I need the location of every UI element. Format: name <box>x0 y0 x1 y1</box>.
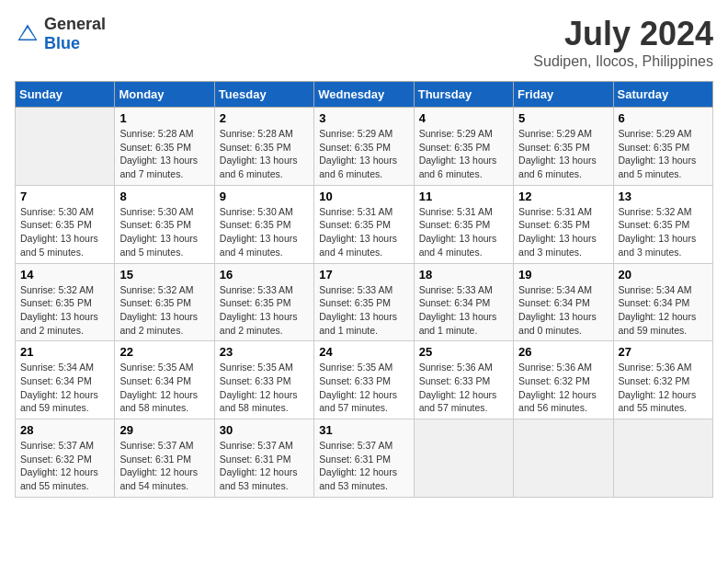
header-cell-monday: Monday <box>115 82 214 108</box>
day-number: 31 <box>319 423 408 437</box>
day-cell: 29Sunrise: 5:37 AMSunset: 6:31 PMDayligh… <box>115 419 214 498</box>
logo-icon <box>15 21 40 47</box>
day-info: Sunrise: 5:29 AMSunset: 6:35 PMDaylight:… <box>518 127 608 181</box>
day-number: 13 <box>619 190 708 203</box>
day-number: 10 <box>319 190 408 203</box>
day-cell: 4Sunrise: 5:29 AMSunset: 6:35 PMDaylight… <box>414 108 513 186</box>
day-info: Sunrise: 5:32 AMSunset: 6:35 PMDaylight:… <box>20 283 109 338</box>
day-cell: 26Sunrise: 5:36 AMSunset: 6:32 PMDayligh… <box>514 341 613 419</box>
day-number: 21 <box>20 345 109 359</box>
day-number: 22 <box>119 345 209 359</box>
header-row: SundayMondayTuesdayWednesdayThursdayFrid… <box>16 82 713 108</box>
logo-general-text: General <box>44 15 106 33</box>
day-info: Sunrise: 5:32 AMSunset: 6:35 PMDaylight:… <box>619 205 708 259</box>
day-cell: 14Sunrise: 5:32 AMSunset: 6:35 PMDayligh… <box>16 263 115 341</box>
day-cell: 27Sunrise: 5:36 AMSunset: 6:32 PMDayligh… <box>613 341 712 419</box>
day-cell <box>613 419 712 498</box>
day-info: Sunrise: 5:31 AMSunset: 6:35 PMDaylight:… <box>419 205 508 259</box>
day-cell: 7Sunrise: 5:30 AMSunset: 6:35 PMDaylight… <box>16 185 115 263</box>
day-number: 23 <box>220 345 309 359</box>
day-cell: 15Sunrise: 5:32 AMSunset: 6:35 PMDayligh… <box>115 263 214 341</box>
day-cell: 24Sunrise: 5:35 AMSunset: 6:33 PMDayligh… <box>314 341 414 419</box>
day-cell: 23Sunrise: 5:35 AMSunset: 6:33 PMDayligh… <box>214 341 313 419</box>
week-row-1: 1Sunrise: 5:28 AMSunset: 6:35 PMDaylight… <box>16 108 713 186</box>
day-number: 28 <box>20 423 109 437</box>
day-cell: 5Sunrise: 5:29 AMSunset: 6:35 PMDaylight… <box>514 108 613 186</box>
day-info: Sunrise: 5:28 AMSunset: 6:35 PMDaylight:… <box>119 127 209 181</box>
logo: General Blue <box>15 15 106 53</box>
day-cell: 30Sunrise: 5:37 AMSunset: 6:31 PMDayligh… <box>214 419 313 498</box>
day-info: Sunrise: 5:29 AMSunset: 6:35 PMDaylight:… <box>319 127 408 181</box>
day-info: Sunrise: 5:35 AMSunset: 6:34 PMDaylight:… <box>119 361 209 415</box>
day-cell: 17Sunrise: 5:33 AMSunset: 6:35 PMDayligh… <box>314 263 414 341</box>
header-cell-friday: Friday <box>514 82 613 108</box>
header-cell-saturday: Saturday <box>613 82 712 108</box>
day-info: Sunrise: 5:30 AMSunset: 6:35 PMDaylight:… <box>220 205 309 259</box>
day-info: Sunrise: 5:37 AMSunset: 6:31 PMDaylight:… <box>119 439 209 493</box>
day-number: 14 <box>20 268 109 282</box>
day-number: 4 <box>419 111 508 125</box>
day-cell: 28Sunrise: 5:37 AMSunset: 6:32 PMDayligh… <box>16 419 115 498</box>
calendar-table: SundayMondayTuesdayWednesdayThursdayFrid… <box>15 81 713 498</box>
day-info: Sunrise: 5:28 AMSunset: 6:35 PMDaylight:… <box>220 127 309 181</box>
week-row-3: 14Sunrise: 5:32 AMSunset: 6:35 PMDayligh… <box>16 263 713 341</box>
day-number: 27 <box>619 345 708 359</box>
day-cell: 6Sunrise: 5:29 AMSunset: 6:35 PMDaylight… <box>613 108 712 186</box>
page-header: General Blue July 2024 Sudipen, Ilocos, … <box>15 15 713 70</box>
day-info: Sunrise: 5:31 AMSunset: 6:35 PMDaylight:… <box>319 205 408 259</box>
day-cell: 19Sunrise: 5:34 AMSunset: 6:34 PMDayligh… <box>514 263 613 341</box>
day-cell: 2Sunrise: 5:28 AMSunset: 6:35 PMDaylight… <box>214 108 313 186</box>
day-info: Sunrise: 5:29 AMSunset: 6:35 PMDaylight:… <box>619 127 708 181</box>
day-info: Sunrise: 5:35 AMSunset: 6:33 PMDaylight:… <box>319 361 408 415</box>
day-cell <box>16 108 115 186</box>
day-cell <box>514 419 613 498</box>
header-cell-wednesday: Wednesday <box>314 82 414 108</box>
day-cell: 11Sunrise: 5:31 AMSunset: 6:35 PMDayligh… <box>414 185 513 263</box>
day-cell: 12Sunrise: 5:31 AMSunset: 6:35 PMDayligh… <box>514 185 613 263</box>
day-number: 5 <box>518 111 608 125</box>
day-number: 12 <box>518 190 608 203</box>
day-number: 17 <box>319 268 408 282</box>
day-number: 18 <box>419 268 508 282</box>
day-cell: 22Sunrise: 5:35 AMSunset: 6:34 PMDayligh… <box>115 341 214 419</box>
day-info: Sunrise: 5:34 AMSunset: 6:34 PMDaylight:… <box>20 361 109 415</box>
day-info: Sunrise: 5:34 AMSunset: 6:34 PMDaylight:… <box>518 283 608 338</box>
day-number: 16 <box>220 268 309 282</box>
day-info: Sunrise: 5:32 AMSunset: 6:35 PMDaylight:… <box>119 283 209 338</box>
day-cell <box>414 419 513 498</box>
day-number: 19 <box>518 268 608 282</box>
day-cell: 3Sunrise: 5:29 AMSunset: 6:35 PMDaylight… <box>314 108 414 186</box>
calendar-location: Sudipen, Ilocos, Philippines <box>533 53 713 70</box>
day-number: 24 <box>319 345 408 359</box>
week-row-4: 21Sunrise: 5:34 AMSunset: 6:34 PMDayligh… <box>16 341 713 419</box>
day-info: Sunrise: 5:36 AMSunset: 6:32 PMDaylight:… <box>619 361 708 415</box>
day-cell: 1Sunrise: 5:28 AMSunset: 6:35 PMDaylight… <box>115 108 214 186</box>
calendar-title: July 2024 <box>533 15 713 53</box>
week-row-2: 7Sunrise: 5:30 AMSunset: 6:35 PMDaylight… <box>16 185 713 263</box>
day-info: Sunrise: 5:30 AMSunset: 6:35 PMDaylight:… <box>20 205 109 259</box>
day-number: 7 <box>20 190 109 203</box>
header-cell-thursday: Thursday <box>414 82 513 108</box>
day-cell: 16Sunrise: 5:33 AMSunset: 6:35 PMDayligh… <box>214 263 313 341</box>
day-info: Sunrise: 5:37 AMSunset: 6:31 PMDaylight:… <box>319 439 408 493</box>
day-info: Sunrise: 5:36 AMSunset: 6:33 PMDaylight:… <box>419 361 508 415</box>
day-number: 8 <box>119 190 209 203</box>
day-info: Sunrise: 5:33 AMSunset: 6:34 PMDaylight:… <box>419 283 508 338</box>
day-info: Sunrise: 5:33 AMSunset: 6:35 PMDaylight:… <box>319 283 408 338</box>
day-number: 1 <box>119 111 209 125</box>
day-number: 29 <box>119 423 209 437</box>
day-number: 25 <box>419 345 508 359</box>
day-info: Sunrise: 5:37 AMSunset: 6:31 PMDaylight:… <box>220 439 309 493</box>
day-info: Sunrise: 5:34 AMSunset: 6:34 PMDaylight:… <box>619 283 708 338</box>
day-info: Sunrise: 5:36 AMSunset: 6:32 PMDaylight:… <box>518 361 608 415</box>
day-cell: 20Sunrise: 5:34 AMSunset: 6:34 PMDayligh… <box>613 263 712 341</box>
logo-blue-text: Blue <box>44 34 80 52</box>
day-number: 20 <box>619 268 708 282</box>
day-number: 26 <box>518 345 608 359</box>
day-cell: 21Sunrise: 5:34 AMSunset: 6:34 PMDayligh… <box>16 341 115 419</box>
day-number: 2 <box>220 111 309 125</box>
day-cell: 9Sunrise: 5:30 AMSunset: 6:35 PMDaylight… <box>214 185 313 263</box>
day-cell: 18Sunrise: 5:33 AMSunset: 6:34 PMDayligh… <box>414 263 513 341</box>
day-info: Sunrise: 5:31 AMSunset: 6:35 PMDaylight:… <box>518 205 608 259</box>
day-number: 6 <box>619 111 708 125</box>
